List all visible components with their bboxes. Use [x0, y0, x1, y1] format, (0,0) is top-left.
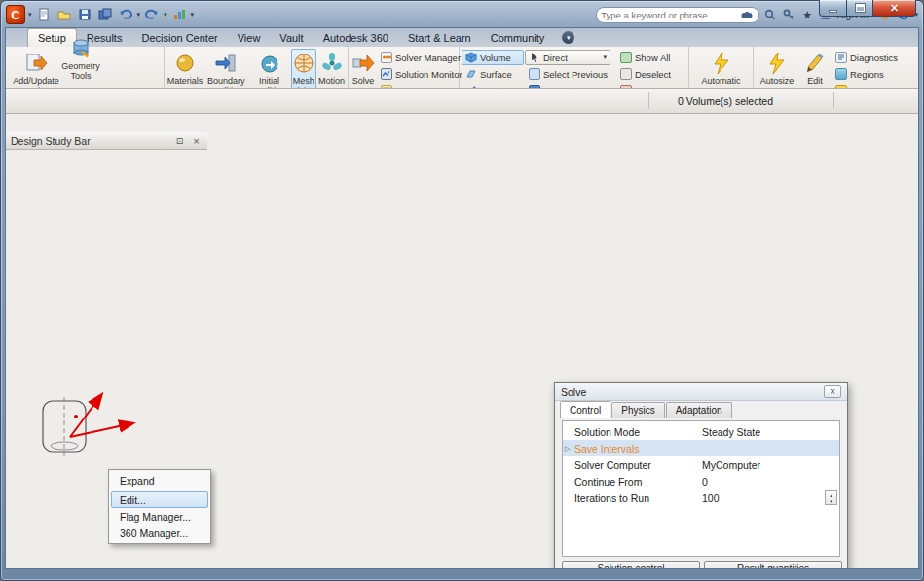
cursor-icon — [529, 52, 540, 63]
client-area: Setup Results Decision Center View Vault… — [5, 27, 919, 569]
tab-autodesk-360[interactable]: Autodesk 360 — [314, 28, 398, 47]
solution-monitor-button[interactable]: Solution Monitor — [377, 66, 466, 82]
save-icon[interactable] — [76, 6, 93, 23]
iterations-spinner[interactable] — [825, 490, 837, 505]
app-window: ★ Sign In ? Setup Results Decision Cente… — [0, 0, 924, 581]
pencil-icon — [803, 52, 827, 75]
menu-item-flag-manager[interactable]: Flag Manager... — [111, 508, 208, 525]
tab-control[interactable]: Control — [560, 401, 610, 418]
solution-monitor-icon — [381, 68, 392, 80]
pin-panel-icon[interactable] — [173, 134, 186, 147]
tab-view[interactable]: View — [228, 28, 271, 47]
menu-item-edit[interactable]: Edit... — [111, 491, 208, 508]
result-quantities-button[interactable]: Result quantities — [704, 561, 842, 569]
chart-icon[interactable] — [170, 6, 188, 23]
close-icon[interactable] — [824, 385, 841, 398]
design-review-icon[interactable]: Geometry Tools — [65, 51, 83, 68]
menu-item-expand[interactable]: Expand — [111, 472, 208, 489]
diagnostics-button[interactable]: Diagnostics — [832, 50, 911, 65]
motion-icon — [320, 52, 344, 75]
menu-separator — [115, 490, 204, 490]
star-icon[interactable]: ★ — [799, 7, 815, 22]
tab-physics[interactable]: Physics — [611, 402, 664, 418]
tab-start-learn[interactable]: Start & Learn — [398, 28, 481, 47]
status-bar: 0 Volume(s) selected — [6, 88, 918, 113]
close-panel-icon[interactable] — [190, 134, 203, 147]
motion-label: Motion — [318, 76, 345, 86]
geometry-tools-icon — [69, 37, 92, 60]
menu-item-360-manager[interactable]: 360 Manager... — [111, 525, 208, 541]
regions-button[interactable]: Regions — [832, 66, 911, 82]
solve-dialog-title: Solve — [561, 386, 586, 398]
chevron-down-icon[interactable] — [164, 11, 167, 18]
select-surface-button[interactable]: Surface — [462, 66, 524, 82]
materials-icon — [173, 52, 197, 75]
infocenter-search — [596, 7, 759, 23]
new-file-icon[interactable] — [35, 6, 53, 23]
geometry-tools-button[interactable]: Geometry Tools — [60, 34, 101, 86]
automatic-label: Automatic — [701, 76, 740, 86]
maximize-button[interactable] — [847, 0, 873, 17]
selection-status: 0 Volume(s) selected — [678, 95, 773, 107]
select-previous-button[interactable]: Select Previous — [525, 66, 615, 82]
expander-icon[interactable] — [565, 445, 570, 453]
tab-vault[interactable]: Vault — [270, 28, 313, 47]
chevron-down-icon[interactable] — [28, 11, 32, 18]
initial-conditions-icon — [258, 52, 281, 75]
titlebar: ★ Sign In ? — [6, 3, 918, 26]
volume-icon — [465, 52, 477, 63]
tab-community[interactable]: Community — [481, 28, 555, 47]
ribbon: Add/Update Design Geometry Tools Design … — [6, 47, 918, 114]
chevron-down-icon[interactable] — [137, 11, 141, 18]
open-folder-icon[interactable] — [55, 6, 73, 23]
tab-adaptation[interactable]: Adaptation — [666, 402, 732, 418]
solve-dialog-titlebar[interactable]: Solve — [555, 383, 847, 401]
solve-settings-list: Solution Mode Steady State Save Interval… — [562, 420, 840, 557]
save-all-icon[interactable] — [96, 6, 114, 23]
model-thumbnail-sketch — [35, 395, 113, 465]
materials-label: Materials — [167, 76, 203, 86]
edit-label: Edit — [807, 76, 823, 86]
deselect-button[interactable]: Deselect — [616, 66, 686, 82]
setting-row[interactable]: Iterations to Run 100 — [563, 490, 839, 506]
key-icon[interactable] — [781, 7, 796, 22]
solution-control-button[interactable]: Solution control — [562, 561, 700, 569]
setting-row[interactable]: Solution Mode Steady State — [563, 423, 839, 440]
ribbon-tab-bar: Setup Results Decision Center View Vault… — [6, 28, 918, 47]
setting-row[interactable]: Save Intervals — [563, 440, 839, 456]
toolbar-overflow-icon[interactable] — [191, 11, 195, 18]
undo-icon[interactable] — [117, 6, 134, 23]
ribbon-options-icon[interactable] — [562, 31, 574, 44]
solve-dialog: Solve Control Physics Adaptation Solutio… — [554, 382, 848, 569]
geometry-tools-label: Geometry Tools — [61, 61, 100, 81]
minimize-button[interactable] — [819, 0, 847, 17]
direct-select-dropdown[interactable]: Direct — [525, 50, 610, 65]
design-study-bar-title: Design Study Bar — [11, 135, 91, 147]
mesh-sizing-icon — [292, 52, 315, 75]
solver-manager-button[interactable]: Solver Manager — [377, 50, 466, 65]
add-update-design-icon — [24, 52, 48, 75]
solve-dialog-tabs: Control Physics Adaptation — [555, 401, 847, 418]
lightning-icon — [765, 52, 789, 75]
show-all-icon — [620, 52, 632, 63]
solve-icon — [351, 52, 375, 75]
search-input[interactable] — [601, 10, 736, 20]
show-all-button[interactable]: Show All — [616, 50, 686, 65]
deselect-icon — [620, 68, 632, 80]
app-logo-icon[interactable] — [6, 5, 25, 24]
binoculars-icon[interactable] — [739, 7, 755, 22]
search-icon[interactable] — [762, 7, 778, 22]
solve-context-menu: Expand Edit... Flag Manager... 360 Manag… — [108, 469, 211, 544]
solver-manager-icon — [381, 52, 392, 63]
close-button[interactable] — [873, 0, 916, 17]
select-previous-icon — [529, 68, 540, 80]
redo-icon[interactable] — [143, 6, 161, 23]
chevron-down-icon — [603, 54, 607, 61]
tab-decision-center[interactable]: Decision Center — [131, 28, 227, 47]
regions-icon — [835, 68, 847, 80]
select-volume-button[interactable]: Volume — [462, 50, 524, 65]
setting-row[interactable]: Continue From 0 — [563, 473, 839, 490]
boundary-conditions-icon — [214, 52, 238, 75]
solve-label: Solve — [352, 76, 375, 86]
setting-row[interactable]: Solver Computer MyComputer — [563, 456, 839, 473]
